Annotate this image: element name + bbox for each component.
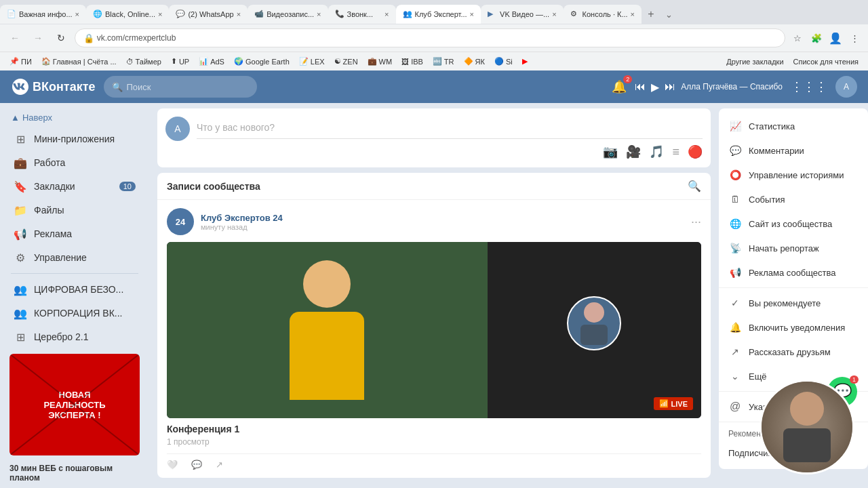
- sidebar-item-mini-apps[interactable]: ⊞ Мини-приложения: [3, 127, 146, 150]
- music-icon[interactable]: 🎵: [649, 144, 664, 159]
- back-to-top[interactable]: ▲ Наверх: [0, 108, 149, 127]
- profile-icon[interactable]: 👤: [827, 30, 844, 46]
- right-menu-notify[interactable]: 🔔 Включить уведомления: [719, 315, 868, 340]
- extensions-icon[interactable]: 🧩: [808, 30, 825, 46]
- tab-8-close[interactable]: ×: [631, 10, 635, 18]
- bookmark-up[interactable]: ⬆ UP: [167, 56, 193, 67]
- tab-3[interactable]: 💬 (2) WhatsApp ×: [169, 5, 248, 24]
- bookmark-yt[interactable]: ▶: [518, 56, 532, 67]
- right-menu-recommend[interactable]: ✓ Вы рекомендуете: [719, 291, 868, 315]
- right-menu-events[interactable]: 🗓 События: [719, 187, 868, 211]
- post-more-button[interactable]: ···: [691, 215, 701, 229]
- forward-button[interactable]: →: [28, 28, 47, 47]
- bookmark-home[interactable]: 🏠 Главная | Счёта ...: [37, 56, 121, 67]
- vk-search-box[interactable]: 🔍: [104, 76, 257, 98]
- apps-grid-button[interactable]: ⋮⋮⋮: [791, 79, 827, 94]
- sidebar-item-bookmarks[interactable]: 🔖 Закладки 10: [3, 175, 146, 198]
- tab-2[interactable]: 🌐 Black, Online... ×: [86, 5, 169, 24]
- tab-1[interactable]: 📄 Важная инфо... ×: [0, 5, 86, 24]
- comment-button[interactable]: 💬: [191, 460, 202, 470]
- right-menu-broadcast[interactable]: 📡 Начать репортаж: [719, 236, 868, 260]
- photo-icon[interactable]: 📷: [603, 144, 618, 159]
- sidebar-item-work[interactable]: 💼 Работа: [3, 151, 146, 174]
- sidebar-item-cerebro[interactable]: ⊞ Церебро 2.1: [3, 325, 146, 348]
- bookmark-ibb[interactable]: 🖼 IBB: [397, 56, 427, 67]
- right-menu-comments[interactable]: 💬 Комментарии: [719, 138, 868, 163]
- bookmark-lex[interactable]: 📝 LEX: [295, 56, 329, 67]
- ads-label: Реклама: [34, 228, 72, 239]
- tab-8[interactable]: ⚙ Консоль · К... ×: [564, 5, 642, 24]
- posts-search-icon[interactable]: 🔍: [688, 180, 701, 192]
- right-menu-site[interactable]: 🌐 Сайт из сообщества: [719, 211, 868, 236]
- tab-6-close[interactable]: ×: [470, 10, 474, 18]
- right-menu-stats[interactable]: 📈 Статистика: [719, 114, 868, 138]
- share-button[interactable]: ↗: [216, 460, 223, 470]
- browser-window: 📄 Важная инфо... × 🌐 Black, Online... × …: [0, 0, 868, 70]
- cerebro-icon: ⊞: [14, 330, 27, 344]
- bookmark-yak-icon: 🔶: [464, 57, 473, 66]
- tab-3-close[interactable]: ×: [237, 10, 241, 18]
- right-menu-share-friends[interactable]: ↗ Рассказать друзьям: [719, 340, 868, 364]
- tab-7[interactable]: ▶ VK Видео —... ×: [481, 5, 564, 24]
- post-video-thumbnail[interactable]: 📶 LIVE: [167, 242, 701, 418]
- bookmark-more[interactable]: Другие закладки: [722, 56, 787, 67]
- vk-logo[interactable]: ВКонтакте: [11, 77, 96, 96]
- search-input[interactable]: [127, 82, 249, 92]
- tab-6[interactable]: 👥 Клуб Эксперт... ×: [396, 5, 481, 24]
- right-menu-ad[interactable]: 📢 Реклама сообщества: [719, 260, 868, 285]
- bookmark-wm[interactable]: 💼 WM: [363, 56, 397, 67]
- post-author-avatar[interactable]: 24: [167, 208, 194, 235]
- tab-overflow-button[interactable]: ⌄: [660, 5, 677, 24]
- tab-2-close[interactable]: ×: [158, 10, 162, 18]
- bookmark-si[interactable]: 🔵 Si: [490, 56, 517, 67]
- notification-bell[interactable]: 🔔 2: [612, 79, 627, 94]
- tab-5[interactable]: 📞 Звонк... ×: [328, 5, 396, 24]
- sidebar-item-files[interactable]: 📁 Файлы: [3, 199, 146, 222]
- prev-track-button[interactable]: ⏮: [635, 81, 646, 93]
- tab-5-close[interactable]: ×: [384, 10, 389, 18]
- bookmark-ads[interactable]: 📊 AdS: [195, 56, 229, 67]
- live-label: LIVE: [671, 400, 688, 408]
- menu-button[interactable]: ⋮: [846, 30, 863, 46]
- bookmark-pi-icon: 📌: [9, 57, 19, 66]
- post-author-name[interactable]: Клуб Экспертов 24: [201, 213, 684, 223]
- bookmark-pi[interactable]: 📌 ПИ: [5, 56, 36, 67]
- reload-button[interactable]: ↻: [52, 28, 71, 47]
- user-avatar[interactable]: А: [835, 76, 857, 98]
- tab-1-close[interactable]: ×: [75, 10, 79, 18]
- bookmark-reading-list[interactable]: Список для чтения: [789, 56, 863, 67]
- new-tab-button[interactable]: +: [642, 5, 660, 24]
- bookmark-google-earth[interactable]: 🌍 Google Earth: [230, 56, 294, 67]
- like-button[interactable]: 🤍: [167, 460, 178, 470]
- tab-7-close[interactable]: ×: [552, 10, 556, 18]
- files-icon: 📁: [14, 203, 27, 217]
- mood-icon[interactable]: 🔴: [688, 144, 703, 159]
- poll-icon[interactable]: ≡: [672, 145, 679, 159]
- compose-input[interactable]: Что у вас нового?: [197, 117, 703, 139]
- comments-label: Комментарии: [749, 146, 804, 156]
- up-arrow-icon: ▲: [11, 113, 20, 123]
- bookmark-star-icon[interactable]: ☆: [789, 30, 806, 46]
- video-side-frame: [488, 242, 701, 418]
- tab-4-close[interactable]: ×: [317, 10, 321, 18]
- digital-label: ЦИФРОВАЯ БЕЗО...: [34, 284, 123, 295]
- compose-actions: 📷 🎥 🎵 ≡ 🔴: [197, 139, 703, 159]
- back-button[interactable]: ←: [5, 28, 24, 47]
- bookmark-tr[interactable]: 🔤 TR: [429, 56, 458, 67]
- post-item: 24 Клуб Экспертов 24 минуту назад ···: [157, 200, 711, 478]
- sidebar-item-manage[interactable]: ⚙ Управление: [3, 246, 146, 269]
- bookmark-zen[interactable]: ☯ ZEN: [330, 56, 362, 67]
- video-icon[interactable]: 🎥: [626, 144, 641, 159]
- next-track-button[interactable]: ⏭: [665, 81, 675, 93]
- sidebar-item-ads[interactable]: 📢 Реклама: [3, 222, 146, 245]
- bookmark-timer[interactable]: ⏱ Таймер: [122, 56, 165, 67]
- tab-4[interactable]: 📹 Видеозапис... ×: [248, 5, 328, 24]
- play-button[interactable]: ▶: [651, 81, 659, 94]
- address-bar[interactable]: 🔒 vk.com/crmexpertclub: [75, 28, 785, 47]
- sidebar-item-digital[interactable]: 👥 ЦИФРОВАЯ БЕЗО...: [3, 278, 146, 301]
- community-image[interactable]: НОВАЯ РЕАЛЬНОСТЬ ЭКСПЕРТА !: [9, 354, 140, 455]
- sidebar-item-corp[interactable]: 👥 КОРПОРАЦИЯ ВК...: [3, 302, 146, 325]
- bookmark-yak[interactable]: 🔶 ЯК: [460, 56, 489, 67]
- bookmark-home-label: Главная | Счёта ...: [53, 58, 117, 66]
- right-menu-stories[interactable]: ⭕ Управление историями: [719, 163, 868, 187]
